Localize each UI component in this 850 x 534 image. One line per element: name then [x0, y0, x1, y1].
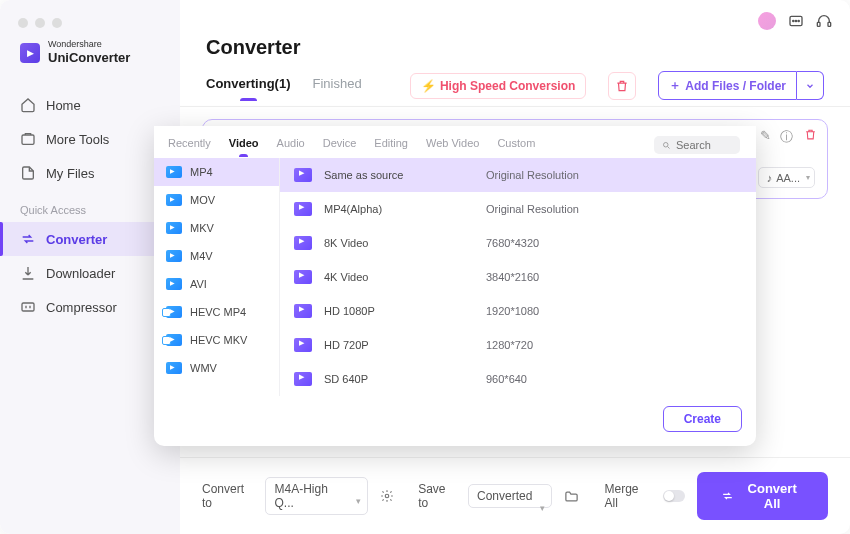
save-to-select[interactable]: Converted — [468, 484, 552, 508]
sidebar-item-label: More Tools — [46, 132, 109, 147]
resolution-item[interactable]: HD 1080P1920*1080 — [280, 294, 756, 328]
open-folder-button[interactable] — [564, 489, 579, 504]
video-format-icon — [166, 250, 182, 262]
app-window: Wondershare UniConverter Home More Tools… — [0, 0, 850, 534]
window-traffic-lights[interactable] — [18, 18, 62, 28]
home-icon — [20, 97, 36, 113]
chevron-down-icon — [805, 81, 815, 91]
merge-all-toggle[interactable] — [663, 490, 685, 502]
brand-mark-icon — [20, 43, 40, 63]
add-files-label: Add Files / Folder — [685, 79, 786, 93]
tab-finished[interactable]: Finished — [313, 76, 362, 101]
svg-rect-0 — [22, 135, 34, 144]
format-settings-button[interactable] — [380, 489, 394, 503]
info-icon[interactable]: ⓘ — [780, 128, 793, 146]
main-tabs: Converting(1) Finished ⚡ High Speed Conv… — [180, 59, 850, 107]
format-item-mkv[interactable]: MKV — [154, 214, 279, 242]
video-format-icon — [166, 222, 182, 234]
topbar — [180, 0, 850, 30]
resolution-item[interactable]: HD 720P1280*720 — [280, 328, 756, 362]
format-item-hevc-mp4[interactable]: HEVC MP4 — [154, 298, 279, 326]
brand-logo: Wondershare UniConverter — [0, 40, 180, 88]
video-format-icon — [166, 362, 182, 374]
plus-icon: ＋ — [669, 77, 681, 94]
svg-point-3 — [793, 20, 794, 21]
svg-rect-6 — [817, 22, 820, 26]
sidebar-item-home[interactable]: Home — [0, 88, 180, 122]
sidebar-item-label: Converter — [46, 232, 107, 247]
resolution-icon — [294, 270, 312, 284]
format-tab-video[interactable]: Video — [229, 137, 259, 157]
resolution-item[interactable]: Same as sourceOriginal Resolution — [280, 158, 756, 192]
add-files-dropdown[interactable] — [797, 71, 824, 100]
feedback-icon[interactable] — [788, 13, 804, 29]
brand-bottom: UniConverter — [48, 50, 130, 65]
resolution-item[interactable]: MP4(Alpha)Original Resolution — [280, 192, 756, 226]
clear-list-button[interactable] — [608, 72, 636, 100]
format-tab-webvideo[interactable]: Web Video — [426, 137, 479, 157]
format-item-mp4[interactable]: MP4 — [154, 158, 279, 186]
trash-icon — [615, 79, 629, 93]
high-speed-label: High Speed Conversion — [440, 79, 575, 93]
sidebar-item-label: Compressor — [46, 300, 117, 315]
headset-icon[interactable] — [816, 13, 832, 29]
format-tab-audio[interactable]: Audio — [277, 137, 305, 157]
brand-top: Wondershare — [48, 40, 130, 49]
audio-track-select[interactable]: ♪ AA... — [758, 167, 815, 188]
avatar[interactable] — [758, 12, 776, 30]
resolution-icon — [294, 236, 312, 250]
svg-point-4 — [795, 20, 796, 21]
format-tab-editing[interactable]: Editing — [374, 137, 408, 157]
resolution-icon — [294, 202, 312, 216]
resolution-list: Same as sourceOriginal Resolution MP4(Al… — [280, 158, 756, 396]
sidebar-item-converter[interactable]: Converter — [0, 222, 180, 256]
format-tab-custom[interactable]: Custom — [497, 137, 535, 157]
format-popover: Recently Video Audio Device Editing Web … — [154, 126, 756, 446]
convert-all-button[interactable]: Convert All — [697, 472, 828, 520]
svg-point-9 — [385, 494, 389, 498]
create-preset-button[interactable]: Create — [663, 406, 742, 432]
svg-point-5 — [798, 20, 799, 21]
add-files-button[interactable]: ＋ Add Files / Folder — [658, 71, 797, 100]
resolution-icon — [294, 304, 312, 318]
sidebar-item-my-files[interactable]: My Files — [0, 156, 180, 190]
format-item-avi[interactable]: AVI — [154, 270, 279, 298]
svg-rect-7 — [828, 22, 831, 26]
convert-icon — [721, 489, 734, 503]
video-format-icon — [166, 166, 182, 178]
sidebar-item-compressor[interactable]: Compressor — [0, 290, 180, 324]
svg-point-8 — [664, 142, 669, 147]
svg-rect-1 — [22, 303, 34, 311]
format-tab-recently[interactable]: Recently — [168, 137, 211, 157]
delete-file-button[interactable] — [804, 128, 817, 141]
resolution-icon — [294, 372, 312, 386]
search-icon — [662, 140, 671, 151]
sidebar-item-label: Home — [46, 98, 81, 113]
format-item-m4v[interactable]: M4V — [154, 242, 279, 270]
high-speed-button[interactable]: ⚡ High Speed Conversion — [410, 73, 586, 99]
folder-icon — [564, 489, 579, 504]
save-to-label: Save to — [418, 482, 456, 510]
trash-icon — [804, 128, 817, 141]
format-tab-device[interactable]: Device — [323, 137, 357, 157]
resolution-item[interactable]: 4K Video3840*2160 — [280, 260, 756, 294]
format-list: MP4 MOV MKV M4V AVI HEVC MP4 HEVC MKV WM… — [154, 158, 280, 396]
convert-to-select[interactable]: M4A-High Q... — [265, 477, 368, 515]
sidebar-item-downloader[interactable]: Downloader — [0, 256, 180, 290]
attach-icon[interactable]: ✎ — [760, 128, 771, 143]
merge-all-label: Merge All — [605, 482, 652, 510]
sidebar-item-more-tools[interactable]: More Tools — [0, 122, 180, 156]
video-format-icon — [166, 194, 182, 206]
format-search[interactable] — [654, 136, 740, 154]
format-item-mov[interactable]: MOV — [154, 186, 279, 214]
convert-to-label: Convert to — [202, 482, 253, 510]
resolution-item[interactable]: 8K Video7680*4320 — [280, 226, 756, 260]
format-category-tabs: Recently Video Audio Device Editing Web … — [154, 126, 756, 158]
format-search-input[interactable] — [676, 139, 732, 151]
format-item-wmv[interactable]: WMV — [154, 354, 279, 382]
resolution-icon — [294, 338, 312, 352]
tab-converting[interactable]: Converting(1) — [206, 76, 291, 101]
resolution-item[interactable]: SD 640P960*640 — [280, 362, 756, 396]
format-item-hevc-mkv[interactable]: HEVC MKV — [154, 326, 279, 354]
sidebar: Wondershare UniConverter Home More Tools… — [0, 0, 180, 534]
